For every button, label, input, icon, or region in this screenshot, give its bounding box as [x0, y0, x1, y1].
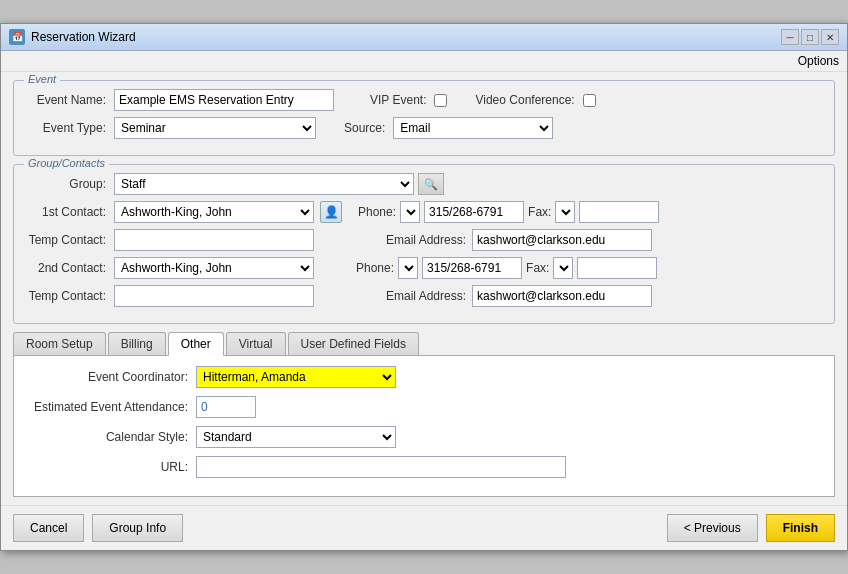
contact2-select[interactable]: Ashworth-King, John [114, 257, 314, 279]
previous-button[interactable]: < Previous [667, 514, 758, 542]
group-select-container: Staff Faculty 🔍 [114, 173, 444, 195]
tabs-container: Room Setup Billing Other Virtual User De… [13, 332, 835, 497]
temp-contact2-input[interactable] [114, 285, 314, 307]
temp-email2-row: Temp Contact: Email Address: [26, 285, 822, 307]
phone2-input[interactable] [422, 257, 522, 279]
contact1-row: 1st Contact: Ashworth-King, John 👤 Phone… [26, 201, 822, 223]
contact2-row: 2nd Contact: Ashworth-King, John Phone: … [26, 257, 822, 279]
tabs-header: Room Setup Billing Other Virtual User De… [13, 332, 835, 356]
vip-event-checkbox[interactable] [434, 94, 447, 107]
event-type-label: Event Type: [26, 121, 106, 135]
event-type-row: Event Type: Seminar Conference Meeting S… [26, 117, 822, 139]
menu-bar: Options [1, 51, 847, 72]
contact1-person-icon: 👤 [324, 205, 339, 219]
url-input[interactable] [196, 456, 566, 478]
url-label: URL: [28, 460, 188, 474]
calendar-select[interactable]: Standard Academic Corporate [196, 426, 396, 448]
video-conference-checkbox[interactable] [583, 94, 596, 107]
coordinator-label: Event Coordinator: [28, 370, 188, 384]
close-button[interactable]: ✕ [821, 29, 839, 45]
source-label: Source: [344, 121, 385, 135]
tab-billing[interactable]: Billing [108, 332, 166, 355]
temp-contact1-label: Temp Contact: [26, 233, 106, 247]
event-name-label: Event Name: [26, 93, 106, 107]
event-name-row: Event Name: VIP Event: Video Conference: [26, 89, 822, 111]
phone1-label: Phone: [358, 205, 396, 219]
contact1-label: 1st Contact: [26, 205, 106, 219]
temp-email1-row: Temp Contact: Email Address: [26, 229, 822, 251]
contact1-info-button[interactable]: 👤 [320, 201, 342, 223]
event-name-input[interactable] [114, 89, 334, 111]
fax1-type-select[interactable] [555, 201, 575, 223]
attendance-row: Estimated Event Attendance: [28, 396, 820, 418]
minimize-button[interactable]: ─ [781, 29, 799, 45]
contact2-label: 2nd Contact: [26, 261, 106, 275]
vip-event-label: VIP Event: [370, 93, 426, 107]
group-label: Group: [26, 177, 106, 191]
coordinator-select[interactable]: Hitterman, Amanda Smith, John [196, 366, 396, 388]
footer-left: Cancel Group Info [13, 514, 183, 542]
contact2-container: Ashworth-King, John [114, 257, 314, 279]
event-section: Event Event Name: VIP Event: Video Confe… [13, 80, 835, 156]
finish-button[interactable]: Finish [766, 514, 835, 542]
options-menu[interactable]: Options [798, 54, 839, 68]
main-content: Event Event Name: VIP Event: Video Confe… [1, 72, 847, 505]
footer: Cancel Group Info < Previous Finish [1, 505, 847, 550]
reservation-wizard-window: 📅 Reservation Wizard ─ □ ✕ Options Event… [0, 23, 848, 551]
fax1-input[interactable] [579, 201, 659, 223]
source-select[interactable]: Email Phone Walk-in [393, 117, 553, 139]
group-info-button[interactable]: Group Info [92, 514, 183, 542]
title-bar: 📅 Reservation Wizard ─ □ ✕ [1, 24, 847, 51]
temp-contact2-label: Temp Contact: [26, 289, 106, 303]
calendar-row: Calendar Style: Standard Academic Corpor… [28, 426, 820, 448]
other-tab-content: Event Coordinator: Hitterman, Amanda Smi… [13, 356, 835, 497]
group-contacts-label: Group/Contacts [24, 157, 109, 169]
footer-right: < Previous Finish [667, 514, 835, 542]
email1-label: Email Address: [386, 233, 466, 247]
group-row: Group: Staff Faculty 🔍 [26, 173, 822, 195]
cancel-button[interactable]: Cancel [13, 514, 84, 542]
app-icon: 📅 [9, 29, 25, 45]
video-conference-label: Video Conference: [475, 93, 574, 107]
phone1-type-select[interactable] [400, 201, 420, 223]
group-contacts-section: Group/Contacts Group: Staff Faculty 🔍 1s… [13, 164, 835, 324]
event-section-label: Event [24, 73, 60, 85]
fax1-label: Fax: [528, 205, 551, 219]
phone1-group: Phone: Fax: [358, 201, 659, 223]
phone1-input[interactable] [424, 201, 524, 223]
window-title: Reservation Wizard [31, 30, 136, 44]
fax2-label: Fax: [526, 261, 549, 275]
phone2-type-select[interactable] [398, 257, 418, 279]
group-select[interactable]: Staff Faculty [114, 173, 414, 195]
tab-user-defined-fields[interactable]: User Defined Fields [288, 332, 419, 355]
contact1-select[interactable]: Ashworth-King, John [114, 201, 314, 223]
phone2-label: Phone: [356, 261, 394, 275]
email2-input[interactable] [472, 285, 652, 307]
tab-other[interactable]: Other [168, 332, 224, 356]
email1-input[interactable] [472, 229, 652, 251]
title-bar-left: 📅 Reservation Wizard [9, 29, 136, 45]
phone2-group: Phone: Fax: [356, 257, 657, 279]
maximize-button[interactable]: □ [801, 29, 819, 45]
fax2-type-select[interactable] [553, 257, 573, 279]
temp-contact1-input[interactable] [114, 229, 314, 251]
group-search-button[interactable]: 🔍 [418, 173, 444, 195]
email2-label: Email Address: [386, 289, 466, 303]
attendance-label: Estimated Event Attendance: [28, 400, 188, 414]
url-row: URL: [28, 456, 820, 478]
tab-room-setup[interactable]: Room Setup [13, 332, 106, 355]
contact1-container: Ashworth-King, John 👤 [114, 201, 342, 223]
event-type-select[interactable]: Seminar Conference Meeting [114, 117, 316, 139]
title-controls: ─ □ ✕ [781, 29, 839, 45]
fax2-input[interactable] [577, 257, 657, 279]
tab-virtual[interactable]: Virtual [226, 332, 286, 355]
calendar-label: Calendar Style: [28, 430, 188, 444]
attendance-input[interactable] [196, 396, 256, 418]
coordinator-row: Event Coordinator: Hitterman, Amanda Smi… [28, 366, 820, 388]
